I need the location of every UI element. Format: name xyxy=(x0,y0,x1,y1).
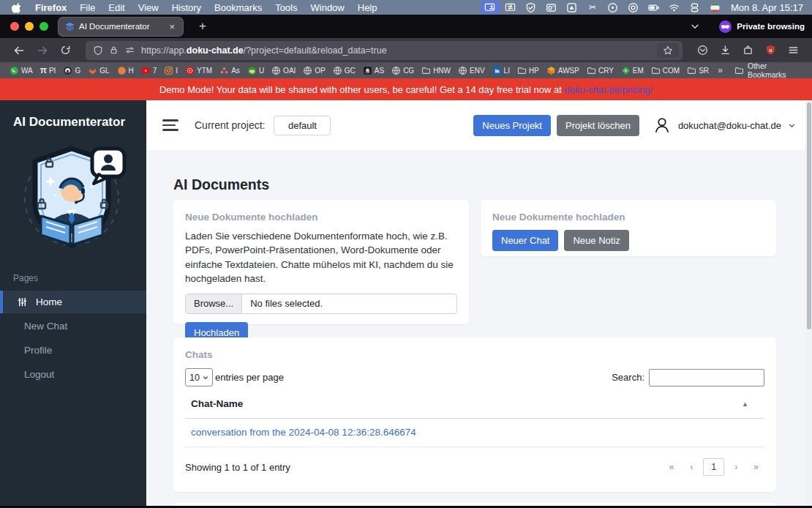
bookmark-item[interactable]: SR xyxy=(683,66,710,75)
display-arrangement-icon[interactable] xyxy=(501,1,520,14)
app-menu-icon[interactable] xyxy=(788,45,799,56)
bookmark-item[interactable]: As xyxy=(216,66,244,75)
browser-tab[interactable]: AI Documenterator × xyxy=(59,18,183,36)
control-center-icon[interactable] xyxy=(685,1,704,14)
bookmark-item[interactable]: GC xyxy=(329,66,359,75)
bookmark-item[interactable]: H xyxy=(113,66,138,75)
bookmark-item[interactable]: AWSP xyxy=(543,66,583,75)
page-scrollbar[interactable] xyxy=(805,100,812,508)
record-icon[interactable] xyxy=(624,1,643,14)
menu-item[interactable]: History xyxy=(165,2,208,13)
menu-item[interactable]: Help xyxy=(351,2,384,13)
sidebar-item[interactable]: Profile xyxy=(0,339,146,362)
pocket-icon[interactable] xyxy=(697,45,708,56)
clipping-tool-icon[interactable]: ✂ xyxy=(583,1,602,14)
reload-button[interactable] xyxy=(54,45,77,56)
extensions-icon[interactable] xyxy=(743,45,753,56)
wifi-icon[interactable] xyxy=(665,1,684,14)
sidebar-item[interactable]: New Chat xyxy=(0,315,146,337)
bookmark-item[interactable]: WA xyxy=(6,66,37,75)
url-bar[interactable]: https://app.doku-chat.de/?project=defaul… xyxy=(86,41,683,60)
bookmark-item[interactable]: COM xyxy=(647,66,683,75)
table-header[interactable]: Chat-Name ▲ xyxy=(185,398,764,419)
bookmark-item[interactable]: OAI xyxy=(268,66,299,75)
menu-item[interactable]: Firefox xyxy=(29,2,73,13)
file-input[interactable]: Browse... No files selected. xyxy=(185,294,457,314)
bookmark-item[interactable]: CG xyxy=(388,66,418,75)
new-note-button[interactable]: Neue Notiz xyxy=(564,230,628,251)
last-page-button[interactable]: » xyxy=(748,459,764,475)
menu-item[interactable]: Tools xyxy=(268,2,304,13)
sidebar-item[interactable]: Logout xyxy=(0,363,146,386)
browse-button[interactable]: Browse... xyxy=(186,294,242,313)
bookmark-item[interactable]: I xyxy=(160,66,181,75)
play-circle-icon[interactable] xyxy=(604,1,623,14)
bookmark-item[interactable]: G xyxy=(59,66,84,75)
bookmark-item[interactable]: CRY xyxy=(583,66,617,75)
project-input[interactable] xyxy=(274,116,331,135)
bookmark-item[interactable]: EM xyxy=(617,66,647,75)
minimize-window-button[interactable] xyxy=(25,22,34,31)
chat-name-column-header[interactable]: Chat-Name xyxy=(191,398,243,409)
account-menu[interactable]: dokuchat@doku-chat.de xyxy=(653,116,796,135)
bookmark-item[interactable]: aAS xyxy=(359,66,388,75)
page-size-select[interactable]: 10 xyxy=(185,368,213,386)
downloads-icon[interactable] xyxy=(720,45,731,56)
tab-close-icon[interactable]: × xyxy=(168,21,176,32)
bookmark-item[interactable]: upU xyxy=(244,66,268,75)
sidebar-toggle-icon[interactable] xyxy=(162,119,178,131)
account-email: dokuchat@doku-chat.de xyxy=(678,120,781,131)
bookmark-item[interactable]: OP xyxy=(299,66,328,75)
bookmark-item[interactable]: inLI xyxy=(489,66,514,75)
permissions-icon[interactable] xyxy=(124,45,135,55)
prev-page-button[interactable]: ‹ xyxy=(684,459,699,475)
play-box-icon[interactable] xyxy=(563,1,582,14)
bookmark-item[interactable]: YTM xyxy=(181,66,216,75)
new-project-button[interactable]: Neues Projekt xyxy=(473,115,551,136)
menu-item[interactable]: Bookmarks xyxy=(208,2,268,13)
screen-mirroring-icon[interactable] xyxy=(481,1,500,14)
ublock-origin-icon[interactable]: u xyxy=(765,45,776,56)
bookmark-item[interactable]: GL xyxy=(84,66,113,75)
tracking-protection-shield-icon[interactable] xyxy=(93,45,103,56)
current-page-button[interactable]: 1 xyxy=(703,458,724,476)
bookmark-item[interactable]: ENV xyxy=(454,66,489,75)
back-button[interactable] xyxy=(7,45,31,56)
list-all-tabs-icon[interactable] xyxy=(690,21,700,31)
menu-item[interactable]: File xyxy=(73,2,102,13)
new-tab-button[interactable]: + xyxy=(195,19,211,34)
sidebar-item[interactable]: Home xyxy=(0,291,146,313)
search-input[interactable] xyxy=(649,369,764,386)
close-window-button[interactable] xyxy=(10,22,19,31)
first-page-button[interactable]: « xyxy=(663,459,680,475)
lock-icon[interactable] xyxy=(109,45,119,55)
other-bookmarks-folder[interactable]: Other Bookmarks xyxy=(730,61,806,79)
bookmarks-toolbar: WAπPIGGLH7IYTMAsupUOAIOPGCaASCGHNWENVinL… xyxy=(0,62,812,78)
bookmark-item[interactable]: 7 xyxy=(138,66,161,75)
bookmark-star-icon[interactable] xyxy=(657,43,679,58)
delete-project-button[interactable]: Projekt löschen xyxy=(557,115,639,136)
menu-item[interactable]: Window xyxy=(304,2,351,13)
bookmark-item[interactable]: HP xyxy=(514,66,543,75)
sort-asc-icon[interactable]: ▲ xyxy=(742,400,759,408)
battery-icon[interactable] xyxy=(644,1,663,14)
bookmark-item[interactable]: πPI xyxy=(37,65,60,75)
pricing-link[interactable]: doku-chat.de/pricing/ xyxy=(564,84,653,95)
forward-button[interactable] xyxy=(31,45,54,56)
menu-bar-clock[interactable]: Mon 8. Apr 15:17 xyxy=(725,2,806,13)
menu-item[interactable]: View xyxy=(132,2,165,13)
firefox-tab-bar: AI Documenterator × + Private browsing xyxy=(0,15,812,38)
menu-item[interactable]: Edit xyxy=(102,2,131,13)
input-source-icon[interactable] xyxy=(706,1,725,14)
main-panel: AI Documents Neue Dokumente hochladen La… xyxy=(146,150,812,508)
new-chat-button[interactable]: Neuer Chat xyxy=(492,230,558,251)
shield-check-icon[interactable] xyxy=(522,1,541,14)
screen-capture-icon[interactable] xyxy=(542,1,561,14)
next-page-button[interactable]: › xyxy=(729,459,743,475)
bookmarks-overflow-chevron-icon[interactable]: » xyxy=(710,65,730,75)
bookmark-item[interactable]: HNW xyxy=(418,66,454,75)
scrollbar-thumb[interactable] xyxy=(807,102,811,329)
zoom-window-button[interactable] xyxy=(40,22,48,31)
chat-link[interactable]: conversation from the 2024-04-08 12:36:2… xyxy=(191,427,416,438)
apple-menu-icon[interactable] xyxy=(6,2,29,13)
